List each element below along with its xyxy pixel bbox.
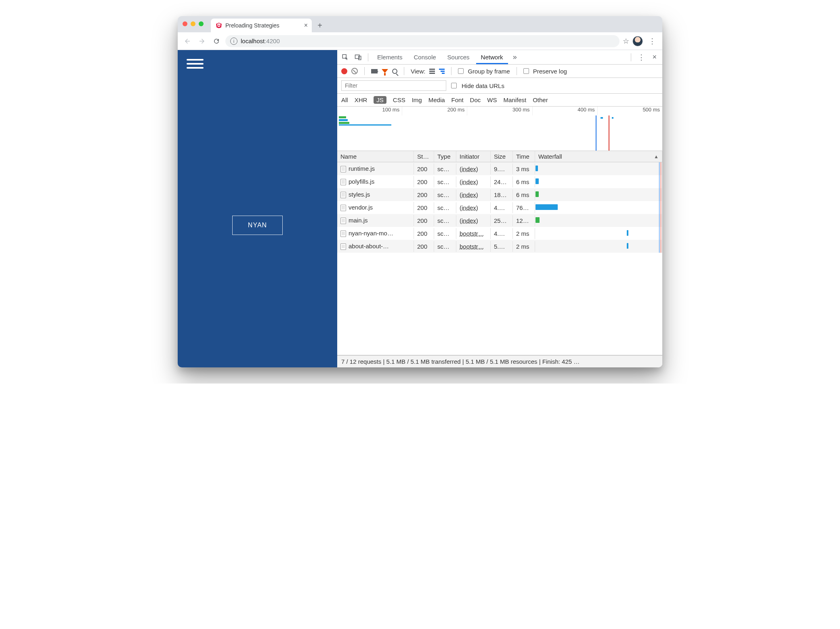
- cell-initiator[interactable]: bootstr…: [456, 228, 491, 239]
- browser-tab[interactable]: Preloading Strategies ×: [211, 19, 312, 32]
- minimize-window-button[interactable]: [191, 21, 195, 26]
- network-row[interactable]: nyan-nyan-mo… 200 sc… bootstr… 4.… 2 ms: [337, 227, 662, 240]
- cell-initiator[interactable]: (index): [456, 215, 491, 226]
- large-rows-icon[interactable]: [429, 69, 435, 74]
- profile-avatar[interactable]: [632, 36, 643, 46]
- tab-sources[interactable]: Sources: [443, 50, 475, 64]
- screenshot-icon[interactable]: [371, 69, 378, 73]
- type-img[interactable]: Img: [412, 96, 422, 103]
- cell-status: 200: [414, 164, 434, 174]
- type-other[interactable]: Other: [533, 96, 548, 103]
- col-size[interactable]: Size: [491, 151, 513, 162]
- network-row[interactable]: polyfills.js 200 sc… (index) 24… 6 ms: [337, 175, 662, 188]
- col-time[interactable]: Time: [513, 151, 535, 162]
- cell-waterfall: [535, 240, 662, 253]
- cell-name: polyfills.js: [337, 176, 414, 187]
- cell-initiator[interactable]: (index): [456, 202, 491, 213]
- type-font[interactable]: Font: [452, 96, 464, 103]
- devtools-menu-icon[interactable]: ⋮: [635, 53, 647, 62]
- network-table: Name St… Type Initiator Size Time Waterf…: [337, 151, 662, 355]
- device-toolbar-icon[interactable]: [353, 52, 364, 63]
- more-tabs-icon[interactable]: »: [510, 53, 520, 61]
- browser-menu-icon[interactable]: ⋮: [646, 37, 658, 46]
- cell-size: 25…: [491, 215, 513, 226]
- address-bar[interactable]: i localhost:4200: [225, 35, 620, 47]
- cell-time: 12…: [513, 215, 535, 226]
- network-statusbar: 7 / 12 requests | 5.1 MB / 5.1 MB transf…: [337, 355, 662, 367]
- reload-button[interactable]: [211, 36, 222, 47]
- cell-time: 2 ms: [513, 228, 535, 239]
- group-by-frame-label: Group by frame: [468, 68, 510, 75]
- col-initiator[interactable]: Initiator: [456, 151, 491, 162]
- cell-type: sc…: [434, 241, 456, 252]
- close-tab-icon[interactable]: ×: [304, 22, 308, 29]
- forward-button[interactable]: [196, 36, 208, 47]
- maximize-window-button[interactable]: [199, 21, 204, 26]
- cell-size: 18…: [491, 189, 513, 200]
- col-waterfall[interactable]: Waterfall ▲: [535, 151, 662, 162]
- cell-size: 24…: [491, 176, 513, 187]
- cell-status: 200: [414, 189, 434, 200]
- filter-row: Hide data URLs: [337, 78, 662, 94]
- cell-size: 4.…: [491, 228, 513, 239]
- preserve-log-label: Preserve log: [533, 68, 567, 75]
- cell-initiator[interactable]: (index): [456, 164, 491, 174]
- browser-toolbar: i localhost:4200 ☆ ⋮: [178, 32, 662, 50]
- tab-title: Preloading Strategies: [225, 22, 301, 29]
- waterfall-view-icon[interactable]: [439, 69, 445, 74]
- col-status[interactable]: St…: [414, 151, 434, 162]
- angular-icon: [216, 22, 222, 29]
- cell-time: 76…: [513, 202, 535, 213]
- devtools-close-icon[interactable]: ×: [649, 53, 660, 61]
- group-by-frame-checkbox[interactable]: [458, 68, 464, 74]
- network-row[interactable]: styles.js 200 sc… (index) 18… 6 ms: [337, 188, 662, 201]
- cell-type: sc…: [434, 164, 456, 174]
- hamburger-icon[interactable]: [187, 59, 204, 69]
- hide-data-urls-checkbox[interactable]: [451, 83, 457, 88]
- file-icon: [340, 243, 346, 250]
- inspect-element-icon[interactable]: [340, 52, 351, 63]
- type-all[interactable]: All: [341, 96, 348, 103]
- hide-data-urls-label: Hide data URLs: [462, 82, 504, 89]
- tab-console[interactable]: Console: [409, 50, 441, 64]
- cell-waterfall: [535, 175, 662, 188]
- type-js[interactable]: JS: [374, 96, 386, 104]
- col-type[interactable]: Type: [434, 151, 456, 162]
- network-row[interactable]: about-about-… 200 sc… bootstr… 5.… 2 ms: [337, 240, 662, 253]
- record-button[interactable]: [341, 68, 347, 74]
- type-ws[interactable]: WS: [487, 96, 497, 103]
- tab-elements[interactable]: Elements: [372, 50, 407, 64]
- bookmark-icon[interactable]: ☆: [623, 37, 629, 46]
- cell-waterfall: [535, 201, 662, 214]
- cell-status: 200: [414, 215, 434, 226]
- filter-icon[interactable]: [382, 69, 388, 73]
- col-name[interactable]: Name: [337, 151, 414, 162]
- filter-input[interactable]: [341, 80, 446, 91]
- network-row[interactable]: runtime.js 200 sc… (index) 9.… 3 ms: [337, 162, 662, 175]
- new-tab-button[interactable]: +: [314, 20, 326, 31]
- nyan-button[interactable]: NYAN: [232, 216, 283, 235]
- cell-initiator[interactable]: (index): [456, 176, 491, 187]
- site-info-icon[interactable]: i: [230, 38, 237, 45]
- type-manifest[interactable]: Manifest: [503, 96, 526, 103]
- type-css[interactable]: CSS: [393, 96, 405, 103]
- type-doc[interactable]: Doc: [470, 96, 481, 103]
- clear-button[interactable]: [351, 68, 358, 74]
- network-row[interactable]: vendor.js 200 sc… (index) 4.… 76…: [337, 201, 662, 214]
- timeline-overview[interactable]: 100 ms 200 ms 300 ms 400 ms 500 ms: [337, 107, 662, 151]
- file-icon: [340, 231, 346, 237]
- titlebar: Preloading Strategies × +: [178, 16, 662, 32]
- search-icon[interactable]: [392, 69, 397, 74]
- back-button[interactable]: [182, 36, 193, 47]
- close-window-button[interactable]: [183, 21, 187, 26]
- cell-initiator[interactable]: bootstr…: [456, 241, 491, 252]
- cell-size: 4.…: [491, 202, 513, 213]
- network-row[interactable]: main.js 200 sc… (index) 25… 12…: [337, 214, 662, 227]
- tab-network[interactable]: Network: [476, 50, 508, 64]
- type-xhr[interactable]: XHR: [355, 96, 368, 103]
- overview-tick: 200 ms: [402, 107, 467, 115]
- cell-type: sc…: [434, 176, 456, 187]
- preserve-log-checkbox[interactable]: [523, 68, 529, 74]
- type-media[interactable]: Media: [428, 96, 445, 103]
- cell-initiator[interactable]: (index): [456, 189, 491, 200]
